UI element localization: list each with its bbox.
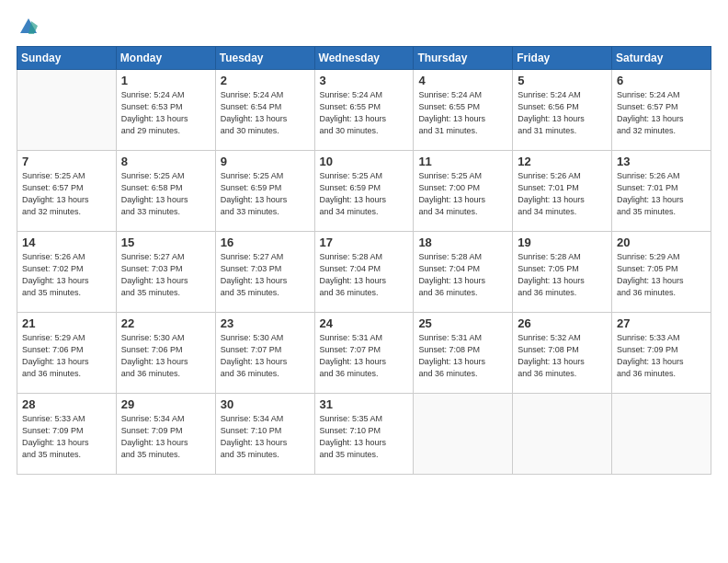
day-info: Sunrise: 5:31 AM Sunset: 7:08 PM Dayligh… <box>418 332 507 380</box>
day-number: 14 <box>22 236 111 249</box>
day-number: 4 <box>418 74 507 87</box>
table-row: 17Sunrise: 5:28 AM Sunset: 7:04 PM Dayli… <box>314 232 414 313</box>
table-row: 21Sunrise: 5:29 AM Sunset: 7:06 PM Dayli… <box>17 313 117 394</box>
day-number: 18 <box>418 236 507 249</box>
col-saturday: Saturday <box>612 47 711 70</box>
table-row: 23Sunrise: 5:30 AM Sunset: 7:07 PM Dayli… <box>215 313 314 394</box>
day-number: 22 <box>121 316 210 330</box>
calendar-week-row: 21Sunrise: 5:29 AM Sunset: 7:06 PM Dayli… <box>17 313 711 394</box>
day-number: 3 <box>320 74 409 87</box>
day-info: Sunrise: 5:24 AM Sunset: 6:54 PM Dayligh… <box>221 89 310 137</box>
day-info: Sunrise: 5:28 AM Sunset: 7:04 PM Dayligh… <box>418 251 507 299</box>
day-info: Sunrise: 5:33 AM Sunset: 7:09 PM Dayligh… <box>617 332 706 380</box>
day-number: 27 <box>617 316 706 330</box>
day-info: Sunrise: 5:34 AM Sunset: 7:10 PM Dayligh… <box>221 413 310 461</box>
day-number: 9 <box>221 155 310 168</box>
table-row: 18Sunrise: 5:28 AM Sunset: 7:04 PM Dayli… <box>414 232 513 313</box>
col-friday: Friday <box>513 47 612 70</box>
page: Sunday Monday Tuesday Wednesday Thursday… <box>0 0 728 563</box>
table-row: 26Sunrise: 5:32 AM Sunset: 7:08 PM Dayli… <box>513 313 612 394</box>
table-row: 3Sunrise: 5:24 AM Sunset: 6:55 PM Daylig… <box>314 70 414 151</box>
day-info: Sunrise: 5:24 AM Sunset: 6:53 PM Dayligh… <box>121 89 210 137</box>
day-info: Sunrise: 5:35 AM Sunset: 7:10 PM Dayligh… <box>320 413 409 461</box>
day-info: Sunrise: 5:33 AM Sunset: 7:09 PM Dayligh… <box>22 413 111 461</box>
table-row: 20Sunrise: 5:29 AM Sunset: 7:05 PM Dayli… <box>612 232 711 313</box>
day-info: Sunrise: 5:29 AM Sunset: 7:06 PM Dayligh… <box>22 332 111 380</box>
day-number: 2 <box>221 74 310 87</box>
col-tuesday: Tuesday <box>215 47 314 70</box>
day-info: Sunrise: 5:26 AM Sunset: 7:02 PM Dayligh… <box>22 251 111 299</box>
day-info: Sunrise: 5:28 AM Sunset: 7:05 PM Dayligh… <box>518 251 607 299</box>
header <box>17 17 711 37</box>
day-info: Sunrise: 5:24 AM Sunset: 6:57 PM Dayligh… <box>617 89 706 137</box>
day-info: Sunrise: 5:25 AM Sunset: 6:57 PM Dayligh… <box>22 170 111 218</box>
day-info: Sunrise: 5:26 AM Sunset: 7:01 PM Dayligh… <box>518 170 607 218</box>
calendar-week-row: 7Sunrise: 5:25 AM Sunset: 6:57 PM Daylig… <box>17 151 711 232</box>
table-row <box>513 394 612 475</box>
day-number: 24 <box>320 316 409 330</box>
table-row: 13Sunrise: 5:26 AM Sunset: 7:01 PM Dayli… <box>612 151 711 232</box>
table-row: 11Sunrise: 5:25 AM Sunset: 7:00 PM Dayli… <box>414 151 513 232</box>
day-number: 23 <box>221 316 310 330</box>
table-row: 28Sunrise: 5:33 AM Sunset: 7:09 PM Dayli… <box>17 394 117 475</box>
table-row: 9Sunrise: 5:25 AM Sunset: 6:59 PM Daylig… <box>215 151 314 232</box>
table-row: 16Sunrise: 5:27 AM Sunset: 7:03 PM Dayli… <box>215 232 314 313</box>
table-row: 6Sunrise: 5:24 AM Sunset: 6:57 PM Daylig… <box>612 70 711 151</box>
day-number: 11 <box>418 155 507 168</box>
table-row: 12Sunrise: 5:26 AM Sunset: 7:01 PM Dayli… <box>513 151 612 232</box>
day-number: 30 <box>221 397 310 411</box>
day-number: 21 <box>22 316 111 330</box>
table-row: 1Sunrise: 5:24 AM Sunset: 6:53 PM Daylig… <box>116 70 215 151</box>
col-thursday: Thursday <box>414 47 513 70</box>
day-number: 17 <box>320 236 409 249</box>
day-number: 1 <box>121 74 210 87</box>
day-number: 5 <box>518 74 607 87</box>
table-row: 14Sunrise: 5:26 AM Sunset: 7:02 PM Dayli… <box>17 232 117 313</box>
day-number: 25 <box>418 316 507 330</box>
table-row <box>612 394 711 475</box>
day-info: Sunrise: 5:32 AM Sunset: 7:08 PM Dayligh… <box>518 332 607 380</box>
col-monday: Monday <box>116 47 215 70</box>
day-number: 15 <box>121 236 210 249</box>
table-row: 24Sunrise: 5:31 AM Sunset: 7:07 PM Dayli… <box>314 313 414 394</box>
col-wednesday: Wednesday <box>314 47 414 70</box>
day-info: Sunrise: 5:34 AM Sunset: 7:09 PM Dayligh… <box>121 413 210 461</box>
col-sunday: Sunday <box>17 47 117 70</box>
table-row: 10Sunrise: 5:25 AM Sunset: 6:59 PM Dayli… <box>314 151 414 232</box>
day-info: Sunrise: 5:24 AM Sunset: 6:56 PM Dayligh… <box>518 89 607 137</box>
logo-icon <box>18 17 39 37</box>
calendar-table: Sunday Monday Tuesday Wednesday Thursday… <box>17 46 711 475</box>
table-row: 22Sunrise: 5:30 AM Sunset: 7:06 PM Dayli… <box>116 313 215 394</box>
table-row: 15Sunrise: 5:27 AM Sunset: 7:03 PM Dayli… <box>116 232 215 313</box>
logo <box>17 17 39 37</box>
calendar-week-row: 1Sunrise: 5:24 AM Sunset: 6:53 PM Daylig… <box>17 70 711 151</box>
table-row: 25Sunrise: 5:31 AM Sunset: 7:08 PM Dayli… <box>414 313 513 394</box>
day-number: 29 <box>121 397 210 411</box>
day-number: 16 <box>221 236 310 249</box>
table-row <box>414 394 513 475</box>
table-row: 5Sunrise: 5:24 AM Sunset: 6:56 PM Daylig… <box>513 70 612 151</box>
day-number: 13 <box>617 155 706 168</box>
table-row: 27Sunrise: 5:33 AM Sunset: 7:09 PM Dayli… <box>612 313 711 394</box>
day-info: Sunrise: 5:27 AM Sunset: 7:03 PM Dayligh… <box>121 251 210 299</box>
table-row: 2Sunrise: 5:24 AM Sunset: 6:54 PM Daylig… <box>215 70 314 151</box>
day-number: 6 <box>617 74 706 87</box>
day-number: 20 <box>617 236 706 249</box>
day-info: Sunrise: 5:29 AM Sunset: 7:05 PM Dayligh… <box>617 251 706 299</box>
day-info: Sunrise: 5:25 AM Sunset: 6:59 PM Dayligh… <box>320 170 409 218</box>
table-row: 31Sunrise: 5:35 AM Sunset: 7:10 PM Dayli… <box>314 394 414 475</box>
day-info: Sunrise: 5:25 AM Sunset: 7:00 PM Dayligh… <box>418 170 507 218</box>
day-info: Sunrise: 5:30 AM Sunset: 7:06 PM Dayligh… <box>121 332 210 380</box>
day-number: 26 <box>518 316 607 330</box>
calendar-week-row: 28Sunrise: 5:33 AM Sunset: 7:09 PM Dayli… <box>17 394 711 475</box>
table-row: 8Sunrise: 5:25 AM Sunset: 6:58 PM Daylig… <box>116 151 215 232</box>
table-row: 29Sunrise: 5:34 AM Sunset: 7:09 PM Dayli… <box>116 394 215 475</box>
day-number: 7 <box>22 155 111 168</box>
table-row: 19Sunrise: 5:28 AM Sunset: 7:05 PM Dayli… <box>513 232 612 313</box>
day-info: Sunrise: 5:24 AM Sunset: 6:55 PM Dayligh… <box>418 89 507 137</box>
day-info: Sunrise: 5:27 AM Sunset: 7:03 PM Dayligh… <box>221 251 310 299</box>
day-number: 31 <box>320 397 409 411</box>
day-number: 8 <box>121 155 210 168</box>
day-info: Sunrise: 5:25 AM Sunset: 6:58 PM Dayligh… <box>121 170 210 218</box>
day-number: 12 <box>518 155 607 168</box>
